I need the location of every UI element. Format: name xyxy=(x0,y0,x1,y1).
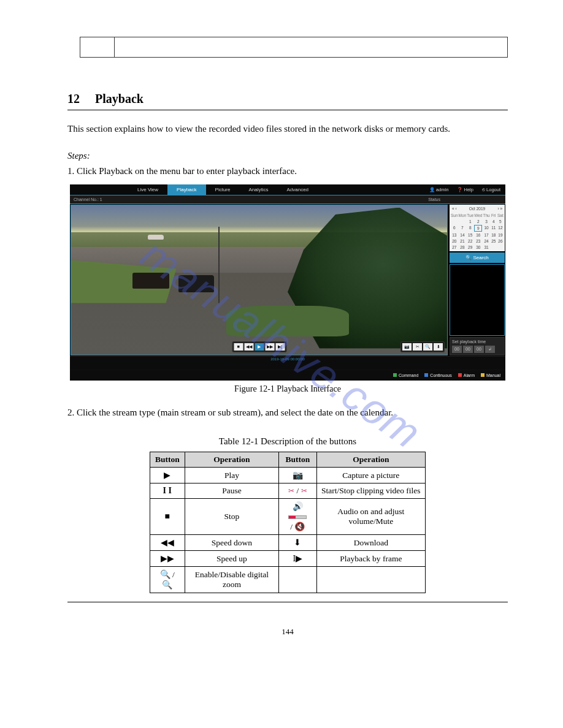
tab-playback[interactable]: Playback xyxy=(167,184,205,195)
th-operation-2: Operation xyxy=(316,452,425,468)
legend-command: Command xyxy=(393,373,418,377)
footer-rule xyxy=(67,602,508,602)
steps-label: Steps: xyxy=(67,151,508,161)
stop-icon: ■ xyxy=(165,512,170,521)
logout-link[interactable]: ⎋ Logout xyxy=(482,187,500,192)
section-heading: 12 Playback xyxy=(67,88,508,106)
download-button[interactable]: ⬇ xyxy=(434,343,443,351)
help-link[interactable]: ❓ Help xyxy=(457,187,473,192)
table-row: ▶ Play 📷 Capture a picture xyxy=(150,468,426,483)
time-go-button[interactable]: ↲ xyxy=(485,346,495,353)
step-2: 2. Click the stream type (main stream or… xyxy=(67,406,508,420)
capture-button[interactable]: 📷 xyxy=(402,343,412,351)
frame-step-icon: I▶ xyxy=(293,554,303,563)
playback-interface-screenshot: Live View Playback Picture Analytics Adv… xyxy=(70,184,505,381)
video-viewport[interactable]: ■ ◀◀ ▶ ▶▶ ▶| 📷 ✂ 🔍 ⬇ xyxy=(71,205,448,355)
table-row: ◀◀ Speed down ⬇ Download xyxy=(150,535,426,551)
forward-button[interactable]: ▶▶ xyxy=(265,343,274,351)
cal-prev[interactable]: « ‹ xyxy=(452,207,457,211)
legend-manual: Manual xyxy=(481,373,500,377)
tab-live-view[interactable]: Live View xyxy=(128,184,167,195)
play-icon: ▶ xyxy=(164,471,170,480)
mute-icon: 🔇 xyxy=(294,522,305,531)
scene-car-2 xyxy=(178,275,214,292)
cal-next[interactable]: › » xyxy=(497,207,502,211)
th-operation-1: Operation xyxy=(185,452,279,468)
volume-slider-icon xyxy=(288,515,307,519)
channel-label: Channel No.: 1 xyxy=(74,197,102,202)
scene-grass2 xyxy=(226,306,349,336)
step-2-text: Click the stream type (main stream or su… xyxy=(77,408,393,417)
camera-icon: 📷 xyxy=(293,471,303,480)
th-button-2: Button xyxy=(279,452,316,468)
page-number: 144 xyxy=(67,627,508,637)
step-1-text: Click Playback on the menu bar to enter … xyxy=(77,166,297,176)
section-number: 12 xyxy=(67,88,80,106)
table-row: ▶▶ Speed up I▶ Playback by frame xyxy=(150,551,426,567)
cal-month: Oct xyxy=(469,207,475,211)
rewind-icon: ◀◀ xyxy=(161,538,174,547)
button-description-table: Button Operation Button Operation ▶ Play… xyxy=(150,452,426,593)
scene-car-bg xyxy=(148,235,164,240)
intro-text: This section explains how to view the re… xyxy=(67,123,508,136)
sub-bar: Channel No.: 1 Status xyxy=(70,195,505,204)
side-panel: « ‹ Oct 2019 › » SunMonTueWedThuFriSat 1… xyxy=(449,204,505,356)
header-row-empty xyxy=(80,37,508,58)
clip-button[interactable]: ✂ xyxy=(413,343,422,351)
zoom-disable-icon: 🔍 xyxy=(162,580,172,590)
clip-stop-icon: ✂ xyxy=(301,487,307,495)
timeline-timestamp: 2019-10-09 00:00:00 xyxy=(270,357,305,361)
legend-alarm: Alarm xyxy=(458,373,475,377)
cal-grid: SunMonTueWedThuFriSat 12345 6789101112 1… xyxy=(451,213,504,250)
step-1: 1. Click Playback on the menu bar to ent… xyxy=(67,165,508,178)
table-header-row: Button Operation Button Operation xyxy=(150,452,426,468)
user-menu: 👤 admin ❓ Help ⎋ Logout xyxy=(429,187,505,192)
side-spacer xyxy=(450,264,505,336)
forward-icon: ▶▶ xyxy=(161,554,174,563)
playback-controls: ■ ◀◀ ▶ ▶▶ ▶| xyxy=(232,341,286,352)
clip-start-icon: ✂ xyxy=(288,487,294,495)
figure-label: Figure 12-1 Playback Interface xyxy=(67,384,508,394)
zoom-in-icon: 🔍 xyxy=(160,570,170,579)
tab-picture[interactable]: Picture xyxy=(206,184,240,195)
top-nav: Live View Playback Picture Analytics Adv… xyxy=(70,184,505,195)
user-label[interactable]: 👤 admin xyxy=(429,187,449,192)
pause-icon: I I xyxy=(163,486,172,495)
timeline[interactable]: 2019-10-09 00:00:00 xyxy=(70,356,505,370)
table-row: 🔍 / 🔍 Enable/Disable digital zoom xyxy=(150,567,426,593)
tab-advanced[interactable]: Advanced xyxy=(277,184,318,195)
audio-on-icon: 🔊 xyxy=(293,502,303,511)
search-button[interactable]: 🔍 Search xyxy=(450,252,505,263)
section-title: Playback xyxy=(80,92,144,106)
th-button-1: Button xyxy=(150,452,185,468)
status-label: Status xyxy=(428,197,502,202)
table-row: I I Pause ✂ / ✂ Start/Stop clipping vide… xyxy=(150,483,426,499)
set-playback-time: Set playback time 00 00 00 ↲ xyxy=(450,337,505,355)
cal-selected-day[interactable]: 9 xyxy=(474,225,482,232)
cal-year: 2019 xyxy=(477,207,485,211)
scene-pole xyxy=(218,227,220,303)
tab-analytics[interactable]: Analytics xyxy=(239,184,277,195)
zoom-button[interactable]: 🔍 xyxy=(423,343,432,351)
table-row: ■ Stop 🔊 / 🔇 Audio on and adjust volume/… xyxy=(150,499,426,535)
nav-tabs: Live View Playback Picture Analytics Adv… xyxy=(128,184,318,195)
section-rule xyxy=(67,110,508,110)
play-button[interactable]: ▶ xyxy=(255,343,264,351)
set-time-label: Set playback time xyxy=(452,339,486,344)
time-mm[interactable]: 00 xyxy=(463,346,473,353)
stop-button[interactable]: ■ xyxy=(234,343,243,351)
download-icon: ⬇ xyxy=(294,538,301,547)
rewind-button[interactable]: ◀◀ xyxy=(244,343,253,351)
legend-continuous: Continuous xyxy=(424,373,451,377)
table-label: Table 12-1 Description of the buttons xyxy=(67,436,508,447)
time-ss[interactable]: 00 xyxy=(474,346,484,353)
scene-car-1 xyxy=(132,273,169,289)
time-hh[interactable]: 00 xyxy=(452,346,462,353)
side-controls: 📷 ✂ 🔍 ⬇ xyxy=(400,341,445,352)
frame-button[interactable]: ▶| xyxy=(275,343,285,351)
calendar[interactable]: « ‹ Oct 2019 › » SunMonTueWedThuFriSat 1… xyxy=(450,205,505,251)
legend: Command Continuous Alarm Manual xyxy=(70,370,505,381)
